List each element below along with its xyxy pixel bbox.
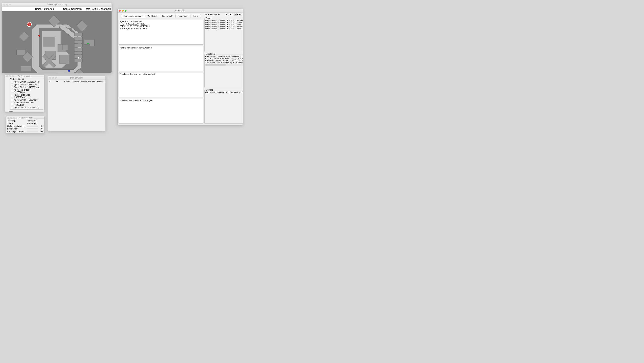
close-icon[interactable] bbox=[49, 77, 51, 79]
agent-item[interactable]: sample.SampleCivilian: CIVILIAN 15482599… bbox=[205, 24, 243, 26]
zoom-icon[interactable] bbox=[12, 75, 14, 77]
viewer-window: Viewer 5 (103 entities) Time: Not starte… bbox=[2, 3, 112, 73]
collapse-row: StatusNot started bbox=[7, 122, 44, 125]
kernel-title: Kernel GUI bbox=[118, 10, 243, 12]
agent-label: Agent Police force (1962675462) bbox=[14, 94, 42, 98]
no-controller-item[interactable]: POLICE_FORCE 1962675462 bbox=[120, 27, 202, 30]
verbose-agents-legend: Verbose agents bbox=[10, 78, 25, 80]
zoom-icon[interactable] bbox=[55, 77, 57, 79]
agent-label: Agent Civilian (1557027963) bbox=[14, 83, 39, 86]
progress-bar bbox=[27, 126, 38, 127]
agent-item[interactable]: sample.SampleCivilian: CIVILIAN 15570279… bbox=[205, 22, 243, 24]
simulator-item[interactable]: Area Model Clear Simulator (4): TCPConne… bbox=[205, 62, 243, 64]
verbose-agent-row: Agent Civilian (1548259968) bbox=[10, 86, 43, 88]
viewers-unack-panel: Viewers that have not acknowledged bbox=[118, 99, 204, 124]
no-controller-item[interactable]: FIRE_BRIGADE 210552869 bbox=[120, 23, 202, 25]
collapse-row-label: Creating blockades bbox=[7, 130, 27, 133]
agent-checkbox[interactable] bbox=[11, 81, 13, 83]
verbose-agent-row: Agent Civilian (1102153632) bbox=[10, 80, 43, 83]
verbose-agents-group: Verbose agents Agent Civilian (110215363… bbox=[10, 78, 44, 110]
verbose-agent-row: Agent Ambulance team (482151809) bbox=[10, 101, 43, 106]
agent-checkbox[interactable] bbox=[11, 86, 13, 88]
scrollbar[interactable] bbox=[205, 64, 243, 66]
traffic-titlebar[interactable]: Traffic simulator bbox=[5, 75, 44, 77]
tab-world-view[interactable]: World view bbox=[145, 14, 160, 18]
no-controller-item[interactable]: AMBULANCE_TEAM 482151809 bbox=[120, 25, 202, 27]
agent-item[interactable]: sample.SampleCivilian: CIVILIAN 11021536… bbox=[205, 20, 243, 22]
svg-rect-19 bbox=[74, 59, 82, 62]
agent-item[interactable]: sample.SampleCivilian: CIVILIAN 21007492… bbox=[205, 28, 243, 30]
zoom-icon[interactable] bbox=[9, 4, 11, 6]
kernel-titlebar[interactable]: Kernel GUI bbox=[118, 9, 243, 12]
svg-rect-17 bbox=[74, 52, 82, 54]
misc-column-header[interactable]: Buriedne... bbox=[96, 80, 104, 82]
tab-score-chart[interactable]: Score chart bbox=[176, 14, 191, 18]
viewer-titlebar[interactable]: Viewer 5 (103 entities) bbox=[2, 3, 112, 6]
svg-rect-2 bbox=[19, 32, 29, 42]
agent-checkbox[interactable] bbox=[11, 84, 13, 86]
misc-column-header[interactable]: Buriedne... bbox=[71, 80, 79, 82]
zoom-icon[interactable] bbox=[124, 10, 126, 12]
close-icon[interactable] bbox=[4, 4, 5, 6]
viewers-group: Viewers sample.SampleViewer (5): TCPConn… bbox=[204, 89, 243, 124]
viewer-map[interactable] bbox=[2, 11, 112, 73]
svg-point-34 bbox=[87, 42, 89, 44]
svg-rect-9 bbox=[57, 73, 64, 73]
svg-rect-13 bbox=[74, 37, 82, 40]
agents-group: Agents sample.SampleCivilian: CIVILIAN 1… bbox=[204, 17, 243, 52]
progress-bar bbox=[27, 131, 38, 132]
simulator-item[interactable]: misc.MiscSimulator (1): TCPConnection: l… bbox=[205, 56, 243, 58]
collapse-titlebar[interactable]: Collapse simulator bbox=[6, 116, 44, 119]
kernel-tabs: Component managerWorld viewLine of sight… bbox=[118, 14, 204, 18]
agent-item[interactable]: sample.SampleCivilian: CIVILIAN 41006482… bbox=[205, 26, 243, 28]
misc-column-header[interactable]: ID bbox=[48, 80, 55, 82]
agents-no-controller-panel: Agents with no controller FIRE_BRIGADE 2… bbox=[118, 20, 204, 44]
verbose-agent-row: Agent Civilian (410064826) bbox=[10, 99, 43, 101]
agent-label: Agent Civilian (410064826) bbox=[14, 99, 38, 101]
minimize-icon[interactable] bbox=[9, 75, 11, 77]
agent-checkbox[interactable] bbox=[11, 90, 13, 92]
svg-point-35 bbox=[78, 57, 80, 59]
svg-rect-14 bbox=[74, 40, 82, 44]
agent-checkbox[interactable] bbox=[11, 99, 13, 101]
agent-checkbox[interactable] bbox=[11, 103, 13, 105]
agent-checkbox[interactable] bbox=[11, 95, 13, 97]
simulators-unack-panel: Simulators that have not acknowledged bbox=[118, 72, 204, 97]
misc-column-header[interactable]: Fire dam... bbox=[88, 80, 96, 82]
simulator-item[interactable]: Collapse Simulator v1.1 (3): TCPConnecti… bbox=[205, 60, 243, 62]
misc-column-header[interactable]: Collapse ... bbox=[79, 80, 88, 82]
svg-rect-4 bbox=[16, 50, 26, 55]
close-icon[interactable] bbox=[6, 75, 8, 77]
verbose-agent-row: Agent Fire brigade (210552869) bbox=[10, 88, 43, 94]
agent-checkbox[interactable] bbox=[11, 107, 13, 109]
collapse-simulator-window: Collapse simulator TimestepNot startedSt… bbox=[6, 116, 44, 133]
close-icon[interactable] bbox=[119, 10, 121, 12]
collapse-row-value: Not started bbox=[27, 122, 36, 125]
tab-line-of-sight[interactable]: Line of sight bbox=[160, 14, 176, 18]
simulator-item[interactable]: traffic3.simulator.TrafficSimulator (2):… bbox=[205, 58, 243, 60]
minimize-icon[interactable] bbox=[6, 4, 8, 6]
simulators-legend: Simulators bbox=[205, 53, 216, 55]
tab-component-manager[interactable]: Component manager bbox=[121, 14, 145, 18]
minimize-icon[interactable] bbox=[10, 117, 12, 118]
agent-label: Agent Civilian (1102153632) bbox=[14, 81, 39, 83]
minimize-icon[interactable] bbox=[52, 77, 54, 79]
kernel-time: Time: not started bbox=[205, 13, 220, 16]
minimize-icon[interactable] bbox=[122, 10, 124, 12]
agent-label: Agent Civilian (2100749274) bbox=[14, 106, 39, 109]
progress-bar bbox=[27, 128, 38, 129]
svg-point-36 bbox=[68, 70, 70, 72]
misc-column-header[interactable]: HP bbox=[55, 80, 63, 82]
tab-score[interactable]: Score bbox=[191, 14, 201, 18]
svg-rect-25 bbox=[62, 44, 68, 50]
svg-rect-24 bbox=[59, 55, 69, 64]
misc-titlebar[interactable]: Misc simulator bbox=[48, 76, 106, 80]
misc-column-header[interactable]: Total da... bbox=[63, 80, 71, 82]
collapse-row-value: 0% bbox=[39, 130, 44, 133]
viewer-item[interactable]: sample.SampleViewer (5): TCPConnection: … bbox=[205, 92, 243, 94]
viewer-channels: test (300) | 3 channels bbox=[86, 8, 111, 10]
svg-rect-15 bbox=[74, 44, 82, 47]
simulators-unack-header: Simulators that have not acknowledged bbox=[120, 73, 202, 75]
zoom-icon[interactable] bbox=[13, 117, 15, 118]
close-icon[interactable] bbox=[8, 117, 10, 118]
